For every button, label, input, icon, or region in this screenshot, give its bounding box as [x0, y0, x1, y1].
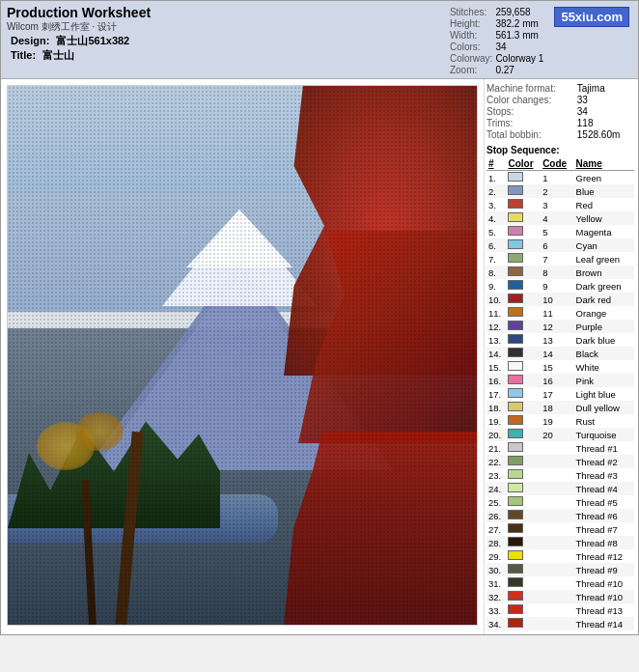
col-name-header: Name — [574, 157, 634, 171]
table-row: 3.3Red — [486, 198, 634, 211]
table-row: 31.Thread #10 — [486, 576, 634, 590]
row-name: Thread #4 — [574, 482, 634, 495]
design-label: Design: — [11, 35, 49, 46]
row-color-swatch — [506, 455, 541, 468]
stop-sequence-table: # Color Code Name 1.1Green2.2Blue3.3Red4… — [486, 157, 634, 630]
row-color-swatch — [506, 576, 541, 590]
row-color-swatch — [506, 279, 541, 293]
row-num: 7. — [486, 252, 506, 266]
row-name: Rust — [574, 414, 634, 428]
table-row: 27.Thread #7 — [486, 522, 634, 536]
row-num: 20. — [486, 428, 506, 441]
row-code: 2 — [541, 184, 573, 198]
row-name: Thread #9 — [574, 563, 634, 576]
row-code: 12 — [541, 320, 573, 333]
row-code: 8 — [541, 266, 573, 279]
row-num: 14. — [486, 347, 506, 360]
row-color-swatch — [506, 374, 541, 387]
row-color-swatch — [506, 320, 541, 333]
row-code — [541, 563, 573, 576]
row-color-swatch — [506, 428, 541, 441]
embroidery-image — [7, 85, 478, 626]
trims-value: 118 — [577, 118, 634, 129]
row-num: 27. — [486, 522, 506, 536]
table-row: 30.Thread #9 — [486, 563, 634, 576]
height-value: 382.2 mm — [495, 18, 546, 30]
changes-value: 33 — [577, 95, 634, 106]
row-num: 8. — [486, 266, 506, 279]
title-value: 富士山 — [42, 49, 74, 61]
table-row: 22.Thread #2 — [486, 455, 634, 468]
row-num: 28. — [486, 536, 506, 549]
table-row: 29.Thread #12 — [486, 549, 634, 563]
col-code-header: Code — [541, 157, 573, 171]
row-num: 12. — [486, 320, 506, 333]
row-color-swatch — [506, 184, 541, 198]
row-name: Turquoise — [574, 428, 634, 441]
col-color-header: Color — [506, 157, 541, 171]
row-num: 18. — [486, 401, 506, 414]
colorway-label: Colorway: — [450, 53, 495, 65]
page-title: Production Worksheet — [7, 5, 450, 20]
row-color-swatch — [506, 238, 541, 252]
stats-block: Stitches: 259,658 55xiu.com Height: 382.… — [450, 7, 632, 76]
row-name: Thread #2 — [574, 455, 634, 468]
row-name: Purple — [574, 320, 634, 333]
row-code: 17 — [541, 387, 573, 401]
row-name: Thread #10 — [574, 576, 634, 590]
header-subtitle: Wilcom 刺绣工作室 · 设计 — [7, 20, 450, 34]
row-color-swatch — [506, 401, 541, 414]
row-code: 4 — [541, 211, 573, 225]
row-num: 17. — [486, 387, 506, 401]
table-row: 20.20Turquoise — [486, 428, 634, 441]
row-num: 32. — [486, 590, 506, 603]
row-color-swatch — [506, 266, 541, 279]
table-row: 23.Thread #3 — [486, 468, 634, 482]
row-num: 1. — [486, 171, 506, 185]
row-name: Dark blue — [574, 333, 634, 347]
row-color-swatch — [506, 225, 541, 238]
colorway-value: Colorway 1 — [495, 53, 546, 65]
row-color-swatch — [506, 171, 541, 185]
row-name: Thread #3 — [574, 468, 634, 482]
zoom-label: Zoom: — [450, 65, 495, 76]
row-color-swatch — [506, 441, 541, 455]
colors-label: Colors: — [450, 42, 495, 53]
row-color-swatch — [506, 347, 541, 360]
table-row: 24.Thread #4 — [486, 482, 634, 495]
header: Production Worksheet Wilcom 刺绣工作室 · 设计 D… — [1, 1, 638, 79]
row-color-swatch — [506, 306, 541, 320]
row-num: 23. — [486, 468, 506, 482]
row-num: 6. — [486, 238, 506, 252]
row-code — [541, 455, 573, 468]
image-panel — [1, 79, 484, 634]
table-row: 9.9Dark green — [486, 279, 634, 293]
row-code — [541, 522, 573, 536]
table-row: 18.18Dull yellow — [486, 401, 634, 414]
row-code — [541, 536, 573, 549]
table-row: 21.Thread #1 — [486, 441, 634, 455]
row-color-swatch — [506, 387, 541, 401]
row-name: Magenta — [574, 225, 634, 238]
stops-value: 34 — [577, 106, 634, 118]
production-worksheet: Production Worksheet Wilcom 刺绣工作室 · 设计 D… — [0, 0, 639, 635]
table-row: 4.4Yellow — [486, 211, 634, 225]
row-num: 30. — [486, 563, 506, 576]
row-num: 26. — [486, 509, 506, 522]
row-name: Thread #8 — [574, 536, 634, 549]
row-num: 19. — [486, 414, 506, 428]
row-color-swatch — [506, 293, 541, 306]
format-value: Tajima — [577, 83, 634, 95]
row-code — [541, 603, 573, 617]
colors-value: 34 — [495, 42, 546, 53]
height-label: Height: — [450, 18, 495, 30]
row-code — [541, 509, 573, 522]
row-code: 3 — [541, 198, 573, 211]
row-name: Thread #5 — [574, 495, 634, 509]
table-row: 28.Thread #8 — [486, 536, 634, 549]
row-code: 13 — [541, 333, 573, 347]
machine-info: Machine format: Tajima Color changes: 33… — [486, 83, 634, 141]
width-label: Width: — [450, 30, 495, 42]
table-row: 2.2Blue — [486, 184, 634, 198]
row-code: 16 — [541, 374, 573, 387]
